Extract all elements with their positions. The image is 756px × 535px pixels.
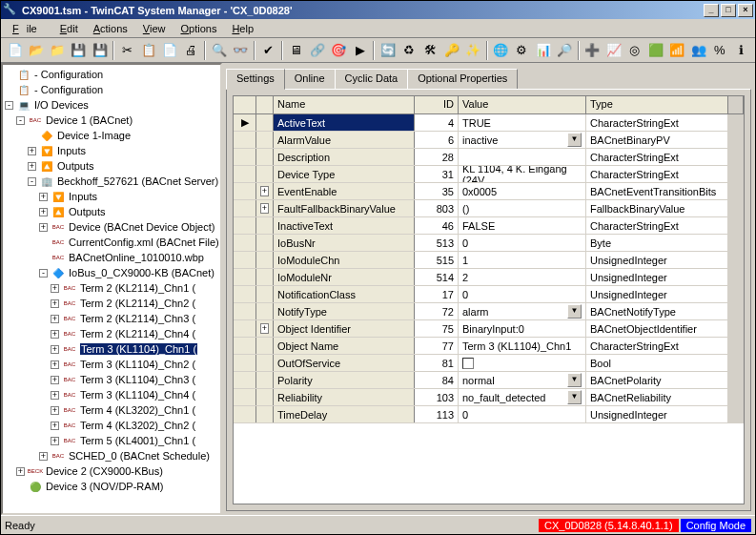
col-value[interactable]: Value (459, 96, 586, 113)
tree-node[interactable]: +BACTerm 3 (KL1104)_Chn3 ( (5, 372, 218, 387)
grid-row[interactable]: Description28CharacterStringExt (234, 149, 744, 166)
tab-settings[interactable]: Settings (226, 69, 285, 90)
expand-icon[interactable]: + (39, 208, 48, 216)
cycle-icon[interactable]: ♻ (399, 40, 419, 61)
expand-icon[interactable]: + (51, 406, 59, 415)
minimize-button[interactable]: _ (704, 4, 719, 17)
tree-node[interactable]: -🔷IoBus_0_CX9000-KB (BACnet) (5, 265, 218, 280)
vscroll[interactable] (728, 96, 744, 113)
tab-online[interactable]: Online (284, 69, 336, 89)
device-icon[interactable]: 🟩 (645, 40, 665, 61)
tree-node[interactable]: +BECKDevice 2 (CX9000-KBus) (5, 463, 218, 479)
check-icon[interactable]: ✔ (258, 40, 278, 61)
expand-icon[interactable]: + (39, 223, 48, 232)
col-id[interactable]: ID (415, 96, 459, 113)
prop1-icon[interactable]: ⚙ (512, 40, 532, 61)
new-icon[interactable]: 📄 (5, 40, 25, 61)
saveas-icon[interactable]: 💾 (90, 40, 110, 61)
chart-icon[interactable]: 📈 (603, 40, 623, 61)
percent-icon[interactable]: % (709, 40, 729, 61)
save-icon[interactable]: 💾 (69, 40, 89, 61)
menu-view[interactable]: View (135, 21, 174, 36)
expand-icon[interactable]: + (51, 345, 59, 354)
grid-row[interactable]: ▶ActiveText4TRUECharacterStringExt (234, 114, 744, 132)
tree-node[interactable]: -💻I/O Devices (5, 97, 218, 113)
dropdown-icon[interactable]: ▼ (567, 373, 582, 387)
cell-value[interactable] (459, 355, 586, 371)
grid-row[interactable]: Device Type31KL 1104, 4 K. Eingang (24V…… (234, 166, 744, 183)
expand-icon[interactable]: + (51, 299, 59, 308)
paste-icon[interactable]: 📄 (160, 40, 180, 61)
cell-value[interactable]: 0x0005 (459, 183, 586, 199)
expand-icon[interactable]: - (5, 101, 13, 110)
wand-icon[interactable]: ✨ (462, 40, 482, 61)
copy-icon[interactable]: 📋 (139, 40, 159, 61)
menu-help[interactable]: Help (224, 21, 261, 36)
io-icon[interactable]: 📶 (667, 40, 687, 61)
cell-value[interactable]: 0 (459, 406, 586, 422)
print-icon[interactable]: 🖨 (181, 40, 201, 61)
grid-row[interactable]: TimeDelay1130UnsignedInteger (234, 406, 744, 423)
tree-node[interactable]: 🟢Device 3 (NOV/DP-RAM) (5, 479, 218, 494)
expand-icon[interactable]: + (51, 422, 59, 430)
tree-node[interactable]: +BACDevice (BACnet Device Object) (5, 219, 218, 235)
tree-node[interactable]: 📋- Configuration (5, 82, 218, 97)
menu-edit[interactable]: Edit (52, 21, 86, 36)
expand-icon[interactable]: - (28, 177, 36, 186)
add-icon[interactable]: ➕ (582, 40, 603, 61)
grid-row[interactable]: +FaultFallbackBinaryValue803()FallbackBi… (234, 200, 744, 217)
cut-icon[interactable]: ✂ (117, 40, 137, 61)
grid-row[interactable]: NotificationClass170UnsignedInteger (234, 286, 744, 303)
cell-value[interactable]: KL 1104, 4 K. Eingang (24V… (459, 166, 586, 182)
open2-icon[interactable]: 📁 (48, 40, 68, 61)
tree-node[interactable]: +🔼Outputs (5, 158, 218, 174)
expand-icon[interactable]: + (51, 315, 59, 323)
globe-icon[interactable]: 🌐 (491, 40, 511, 61)
dropdown-icon[interactable]: ▼ (567, 304, 582, 319)
cell-value[interactable]: 0 (459, 235, 586, 251)
expand-icon[interactable]: + (260, 203, 269, 214)
grid-row[interactable]: OutOfService81Bool (234, 355, 744, 372)
cell-value[interactable]: no_fault_detected▼ (459, 389, 586, 405)
key-icon[interactable]: 🔑 (441, 40, 461, 61)
expand-icon[interactable]: + (39, 193, 48, 201)
tree-node[interactable]: +BACTerm 2 (KL2114)_Chn2 ( (5, 296, 218, 311)
dropdown-icon[interactable]: ▼ (567, 390, 582, 404)
menu-file[interactable]: File (5, 21, 52, 36)
monitor-icon[interactable]: 🖥 (286, 40, 306, 61)
expand-icon[interactable]: + (51, 284, 59, 293)
grid-row[interactable]: Polarity84normal▼BACnetPolarity (234, 372, 744, 389)
expand-icon[interactable]: + (51, 330, 59, 339)
cell-value[interactable]: () (459, 200, 586, 216)
tree-node[interactable]: +BACTerm 3 (KL1104)_Chn1 ( (5, 341, 218, 357)
expand-icon[interactable]: + (260, 186, 269, 196)
tree-node[interactable]: -🏢Beckhoff_527621 (BACnet Server) (5, 174, 218, 189)
menu-actions[interactable]: Actions (86, 21, 135, 36)
grid-row[interactable]: IoBusNr5130Byte (234, 235, 744, 252)
tree-node[interactable]: BACCurrentConfig.xml (BACnet File) (5, 235, 218, 250)
expand-icon[interactable]: + (51, 360, 59, 369)
play-icon[interactable]: ▶ (350, 40, 370, 61)
col-type[interactable]: Type (586, 96, 728, 113)
open-icon[interactable]: 📂 (26, 40, 46, 61)
grid-row[interactable]: +Object Identifier75BinaryInput:0BACnetO… (234, 320, 744, 338)
expand-icon[interactable]: + (28, 147, 36, 155)
zoom-icon[interactable]: 🔎 (554, 40, 574, 61)
grid-row[interactable]: IoModuleChn5151UnsignedInteger (234, 252, 744, 269)
expand-icon[interactable]: + (16, 467, 25, 476)
link-icon[interactable]: 🔗 (307, 40, 327, 61)
expand-icon[interactable]: + (28, 162, 36, 171)
maximize-button[interactable]: □ (721, 4, 736, 17)
close-button[interactable]: × (738, 4, 753, 17)
expand-icon[interactable]: - (39, 269, 48, 278)
cell-value[interactable]: alarm▼ (459, 303, 586, 319)
expand-icon[interactable]: - (16, 116, 25, 125)
grid-row[interactable]: AlarmValue6inactive▼BACnetBinaryPV (234, 132, 744, 149)
tree-node[interactable]: +BACTerm 2 (KL2114)_Chn3 ( (5, 311, 218, 326)
cell-value[interactable]: BinaryInput:0 (459, 320, 586, 337)
dropdown-icon[interactable]: ▼ (567, 133, 582, 147)
tree-node[interactable]: +BACTerm 3 (KL1104)_Chn4 ( (5, 387, 218, 402)
target2-icon[interactable]: ◎ (624, 40, 644, 61)
tree-node[interactable]: -BACDevice 1 (BACnet) (5, 113, 218, 128)
tree-node[interactable]: +BACTerm 2 (KL2114)_Chn4 ( (5, 326, 218, 341)
